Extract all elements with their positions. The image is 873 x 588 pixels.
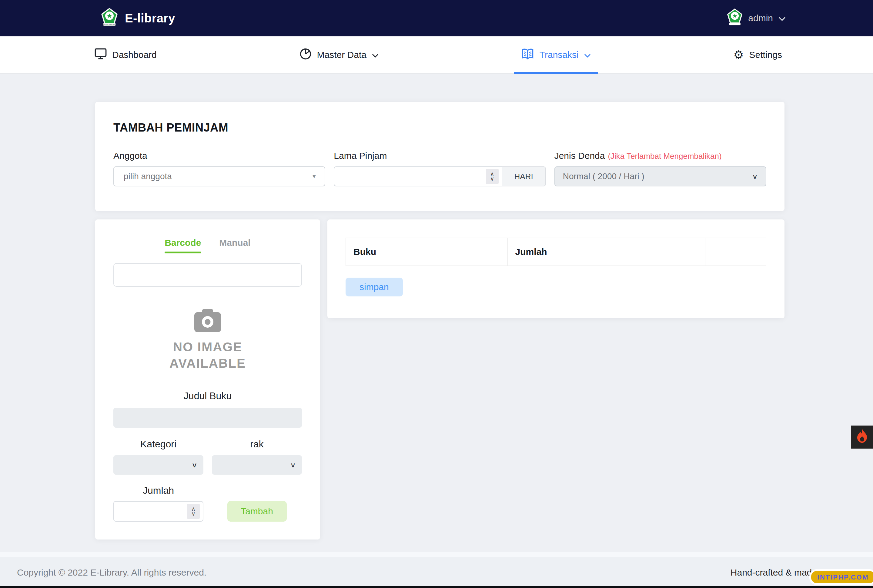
number-stepper[interactable]: ∧∨ (486, 169, 499, 184)
kategori-label: Kategori (113, 439, 203, 450)
no-image-placeholder: NO IMAGE AVAILABLE (113, 339, 302, 372)
table-header-row: Buku Jumlah (346, 238, 766, 266)
chevron-down-icon: ∨ (290, 461, 296, 469)
brand[interactable]: PADANG PANJANG E-library (101, 8, 175, 28)
chevron-down-icon: ∨ (192, 461, 197, 469)
nav-item-settings[interactable]: ⚙ Settings (734, 36, 782, 74)
avatar (727, 9, 742, 28)
kategori-rak-labels: Kategori rak (113, 439, 302, 450)
jenis-denda-select[interactable]: Normal ( 2000 / Hari ) ∨ (554, 166, 766, 186)
col-buku: Buku (346, 238, 508, 266)
jumlah-input[interactable]: ∧∨ (113, 501, 203, 522)
monitor-icon (94, 48, 107, 62)
col-jumlah: Jumlah (508, 238, 705, 266)
jumlah-label-row: Jumlah (113, 485, 302, 496)
anggota-select[interactable]: pilih anggota ▼ (113, 166, 325, 186)
scanner-card: Barcode Manual NO IMAGE AVAILABLE (95, 219, 320, 540)
number-stepper[interactable]: ∧∨ (187, 504, 200, 519)
camera-icon (194, 309, 222, 335)
lower-row: Barcode Manual NO IMAGE AVAILABLE (95, 219, 784, 540)
gear-icon: ⚙ (734, 49, 744, 61)
lama-pinjam-field: Lama Pinjam ∧∨ HARI (334, 151, 546, 186)
cart-card: Buku Jumlah simpan (327, 219, 784, 318)
borrow-form-row: Anggota pilih anggota ▼ Lama Pinjam ∧∨ H… (113, 151, 766, 186)
anggota-field: Anggota pilih anggota ▼ (113, 151, 325, 186)
col-actions (705, 238, 766, 266)
chevron-down-icon (778, 13, 786, 24)
kategori-select[interactable]: ∨ (113, 455, 203, 475)
footer-separator (0, 552, 873, 557)
debug-toolbar-toggle[interactable] (851, 426, 873, 448)
lama-pinjam-input[interactable]: ∧∨ (334, 166, 501, 186)
jenis-denda-field: Jenis Denda(Jika Terlambat Mengembalikan… (554, 151, 766, 186)
pie-chart-icon (300, 48, 312, 62)
scanner-tabs: Barcode Manual (113, 238, 302, 254)
nav-label: Dashboard (112, 50, 157, 60)
footer: Copyright © 2022 E-Library. All rights r… (0, 557, 873, 588)
lama-pinjam-label: Lama Pinjam (334, 151, 546, 161)
tambah-peminjam-card: TAMBAH PEMINJAM Anggota pilih anggota ▼ … (95, 102, 784, 211)
tab-barcode[interactable]: Barcode (165, 238, 201, 254)
flame-icon (856, 429, 868, 446)
nav-item-master-data[interactable]: Master Data (300, 36, 379, 74)
nav-label: Master Data (317, 50, 366, 60)
jumlah-row: ∧∨ Tambah (113, 501, 302, 522)
username: admin (748, 13, 773, 23)
jumlah-label: Jumlah (113, 485, 203, 496)
user-menu[interactable]: admin (727, 9, 786, 28)
tambah-button[interactable]: Tambah (227, 501, 287, 522)
main-nav: Dashboard Master Data Tran (0, 36, 873, 74)
nav-label: Transaksi (540, 50, 579, 60)
main-content: TAMBAH PEMINJAM Anggota pilih anggota ▼ … (95, 102, 784, 540)
nav-label: Settings (749, 50, 782, 60)
jenis-denda-value: Normal ( 2000 / Hari ) (563, 171, 645, 181)
top-bar: PADANG PANJANG E-library admin (0, 0, 873, 36)
nav-item-dashboard[interactable]: Dashboard (94, 36, 157, 74)
jenis-denda-label: Jenis Denda(Jika Terlambat Mengembalikan… (554, 151, 766, 161)
chevron-down-icon: ∨ (752, 172, 758, 180)
app-root: PADANG PANJANG E-library admin (0, 0, 873, 588)
logo-caption: PADANG PANJANG (103, 24, 116, 26)
barcode-input[interactable] (113, 263, 302, 287)
judul-buku-label: Judul Buku (113, 390, 302, 402)
book-open-icon (521, 48, 534, 62)
kategori-rak-selects: ∨ ∨ (113, 455, 302, 475)
denda-note: (Jika Terlambat Mengembalikan) (608, 152, 722, 160)
no-image-line2: AVAILABLE (113, 355, 302, 372)
chevron-down-icon (372, 50, 379, 60)
tab-manual[interactable]: Manual (219, 238, 250, 254)
hari-addon: HARI (502, 166, 546, 186)
window-bottom-edge (0, 586, 873, 588)
cart-table: Buku Jumlah (346, 238, 766, 266)
judul-buku-input (113, 408, 302, 428)
anggota-placeholder: pilih anggota (124, 171, 172, 181)
no-image-line1: NO IMAGE (113, 339, 302, 355)
intiphp-badge[interactable]: INTIPHP.COM (811, 571, 873, 583)
page-title: TAMBAH PEMINJAM (113, 121, 766, 134)
lama-pinjam-group: ∧∨ HARI (334, 166, 546, 186)
rak-label: rak (212, 439, 302, 450)
brand-name: E-library (125, 12, 175, 25)
caret-down-icon: ▼ (312, 173, 317, 180)
school-logo-icon: PADANG PANJANG (101, 8, 118, 28)
nav-item-transaksi[interactable]: Transaksi (521, 36, 591, 74)
anggota-label: Anggota (113, 151, 325, 161)
rak-select[interactable]: ∨ (212, 455, 302, 475)
copyright-text: Copyright © 2022 E-Library. All rights r… (17, 567, 206, 578)
simpan-button[interactable]: simpan (346, 278, 403, 296)
chevron-down-icon (584, 50, 591, 60)
